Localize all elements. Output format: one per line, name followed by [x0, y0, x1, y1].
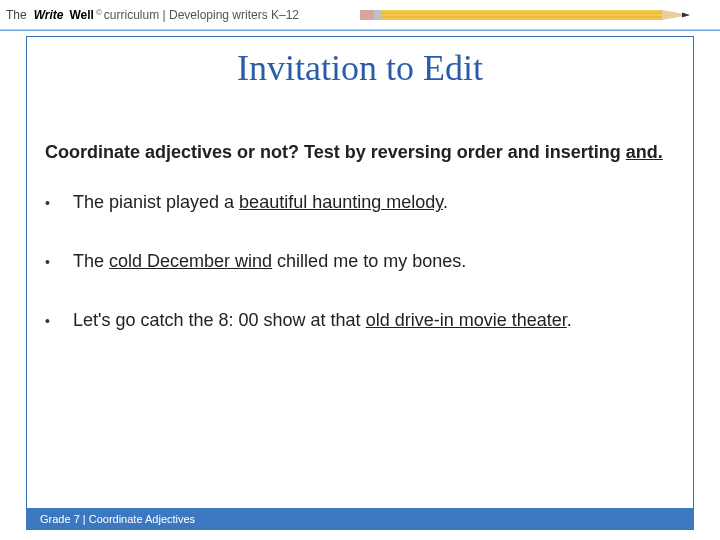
- brand-the: The: [6, 8, 27, 22]
- header-divider: [0, 30, 720, 31]
- bullet-list: • The pianist played a beautiful hauntin…: [27, 192, 693, 331]
- slide-title: Invitation to Edit: [27, 47, 693, 89]
- bullet-underline: old drive-in movie theater: [366, 310, 567, 330]
- pencil-icon: [360, 6, 700, 24]
- instruction-text: Coordinate adjectives or not? Test by re…: [27, 141, 693, 164]
- instruction-and: and.: [626, 142, 663, 162]
- svg-rect-1: [374, 10, 382, 20]
- bullet-text: The pianist played a beautiful haunting …: [73, 192, 448, 213]
- footer-text: Grade 7 | Coordinate Adjectives: [40, 513, 195, 525]
- brand: The Write Well © curriculum | Developing…: [6, 8, 299, 22]
- svg-rect-0: [360, 10, 374, 20]
- svg-marker-6: [682, 13, 690, 18]
- bullet-text: Let's go catch the 8: 00 show at that ol…: [73, 310, 572, 331]
- brand-write: Write: [34, 8, 64, 22]
- footer-bar: Grade 7 | Coordinate Adjectives: [26, 508, 694, 530]
- bullet-underline: cold December wind: [109, 251, 272, 271]
- bullet-text: The cold December wind chilled me to my …: [73, 251, 466, 272]
- bullet-post: .: [567, 310, 572, 330]
- bullet-marker: •: [45, 195, 73, 211]
- brand-tagline: curriculum | Developing writers K–12: [104, 8, 299, 22]
- header-bar: The Write Well © curriculum | Developing…: [0, 0, 720, 30]
- bullet-post: chilled me to my bones.: [272, 251, 466, 271]
- brand-copyright: ©: [96, 8, 102, 17]
- list-item: • The pianist played a beautiful hauntin…: [45, 192, 675, 213]
- list-item: • Let's go catch the 8: 00 show at that …: [45, 310, 675, 331]
- bullet-post: .: [443, 192, 448, 212]
- instruction-pre: Coordinate adjectives or not? Test by re…: [45, 142, 626, 162]
- bullet-marker: •: [45, 313, 73, 329]
- svg-rect-2: [382, 10, 662, 20]
- bullet-pre: The: [73, 251, 109, 271]
- bullet-pre: The pianist played a: [73, 192, 239, 212]
- bullet-underline: beautiful haunting melody: [239, 192, 443, 212]
- list-item: • The cold December wind chilled me to m…: [45, 251, 675, 272]
- slide-frame: Invitation to Edit Coordinate adjectives…: [26, 36, 694, 510]
- brand-well: Well: [69, 8, 93, 22]
- bullet-pre: Let's go catch the 8: 00 show at that: [73, 310, 366, 330]
- bullet-marker: •: [45, 254, 73, 270]
